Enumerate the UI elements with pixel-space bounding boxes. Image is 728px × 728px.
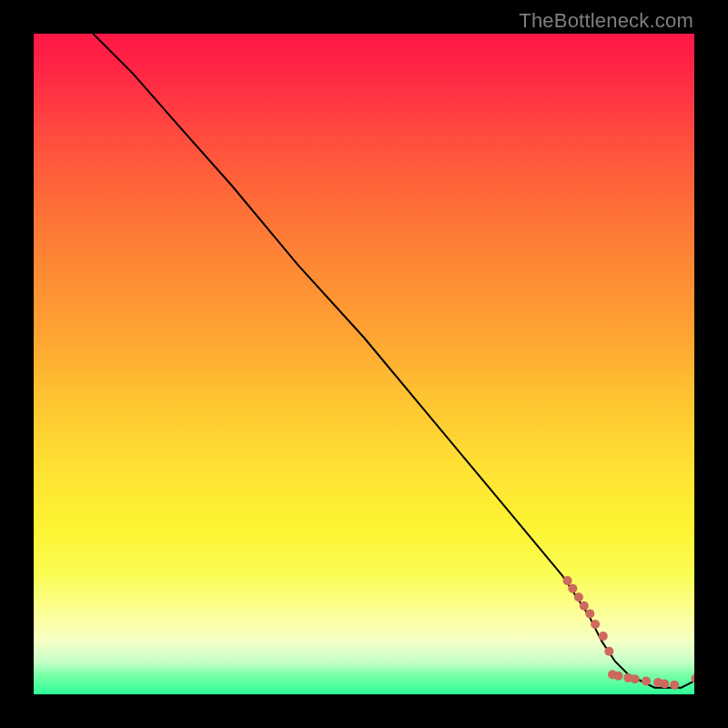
data-marker bbox=[604, 647, 613, 656]
attribution-label: TheBottleneck.com bbox=[519, 9, 693, 33]
chart-plot-area bbox=[34, 34, 694, 694]
data-marker bbox=[563, 576, 572, 585]
data-marker bbox=[585, 609, 594, 618]
data-marker bbox=[614, 672, 623, 681]
data-marker bbox=[642, 677, 651, 686]
data-marker bbox=[580, 602, 589, 611]
bottleneck-curve bbox=[93, 34, 694, 688]
data-marker bbox=[631, 674, 640, 683]
chart-svg-layer bbox=[34, 34, 694, 694]
marker-group bbox=[563, 576, 694, 690]
data-marker bbox=[574, 592, 583, 602]
data-marker bbox=[591, 620, 600, 629]
data-marker bbox=[599, 632, 608, 641]
data-marker bbox=[568, 584, 577, 593]
data-marker bbox=[660, 679, 669, 688]
data-marker bbox=[670, 681, 679, 690]
